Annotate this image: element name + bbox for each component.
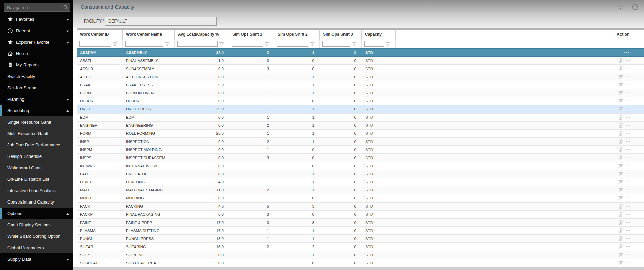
sidebar-item-switch-facility[interactable]: Switch Facility xyxy=(0,71,73,82)
table-row-form[interactable]: FORMROLL FORMING26.0110STD••• xyxy=(77,130,644,138)
sidebar-item-home[interactable]: Home xyxy=(0,48,73,59)
trash-icon[interactable] xyxy=(618,204,623,209)
trash-icon[interactable] xyxy=(618,236,623,241)
sidebar-item-gantt-display-settings[interactable]: Gantt Display Settings xyxy=(0,219,73,230)
filter-input-work-center-id[interactable] xyxy=(79,41,111,47)
navigation-search-input[interactable] xyxy=(4,3,70,12)
filter-input-capacity[interactable] xyxy=(364,41,384,47)
filter-input-avg-load-capacity[interactable] xyxy=(177,41,218,47)
trash-icon[interactable] xyxy=(618,212,623,217)
bottom-scrollbar-track[interactable] xyxy=(73,267,644,270)
row-menu-ellipsis-icon[interactable]: ••• xyxy=(626,140,631,143)
table-row-inspm[interactable]: INSPMINSPECT MOLDING0.0100STD••• xyxy=(77,146,644,154)
table-row-subheat[interactable]: SUBHEATSUB HEAT TREAT0.0100STD••• xyxy=(77,259,644,267)
table-row-ship[interactable]: SHIPSHIPPING0.0110STD••• xyxy=(77,251,644,259)
table-row-enginer[interactable]: ENGINERENGINEERING0.0210STD••• xyxy=(77,122,644,130)
column-header-work-center-name[interactable]: Work Center Name xyxy=(123,30,175,39)
trash-icon[interactable] xyxy=(618,163,623,169)
table-row-burn[interactable]: BURNBURN IN OVEN0.0110STD••• xyxy=(77,89,644,97)
row-menu-ellipsis-icon[interactable]: ••• xyxy=(626,91,631,95)
trash-icon[interactable] xyxy=(618,228,623,233)
trash-icon[interactable] xyxy=(618,58,623,63)
row-menu-ellipsis-icon[interactable]: ••• xyxy=(626,196,631,200)
table-row-punch[interactable]: PUNCHPUNCH PRESS13.0110STD••• xyxy=(77,235,644,243)
sidebar-item-scheduling[interactable]: Scheduling xyxy=(0,105,73,116)
table-row-debur[interactable]: DEBURDEBUR0.0100STD••• xyxy=(77,97,644,105)
table-row-brake[interactable]: BRAKEBRAKE PRESS9.0110STD••• xyxy=(77,81,644,89)
sidebar-item-explorer-favorite[interactable]: Explorer Favorite xyxy=(0,36,73,48)
trash-icon[interactable] xyxy=(618,115,623,120)
sidebar-item-job-due-date-performance[interactable]: Job Due Date Performance xyxy=(0,139,73,150)
sidebar-item-single-resource-gantt[interactable]: Single Resource Gantt xyxy=(0,116,73,128)
help-icon[interactable]: ? xyxy=(632,4,638,10)
row-menu-ellipsis-icon[interactable]: ••• xyxy=(626,148,631,151)
trash-icon[interactable] xyxy=(618,82,623,88)
row-menu-ellipsis-icon[interactable]: ••• xyxy=(626,221,631,224)
table-row-paint[interactable]: PAINTPAINT & PREP17.0330STD••• xyxy=(77,219,644,227)
sidebar-item-multi-resource-gantt[interactable]: Multi Resource Gantt xyxy=(0,128,73,139)
column-header-sim-ops-shift-1[interactable]: Sim Ops Shift 1 xyxy=(229,30,274,39)
table-row-lathe[interactable]: LATHECNC LATHE0.0110STD••• xyxy=(77,170,644,178)
trash-icon[interactable] xyxy=(618,187,623,193)
sidebar-item-interactive-load-analysis[interactable]: Interactive Load Analysis xyxy=(0,185,73,196)
filter-funnel-icon[interactable] xyxy=(386,42,390,46)
sidebar-item-on-line-dispatch-list[interactable]: On-Line Dispatch List xyxy=(0,173,73,185)
favorite-star-icon[interactable] xyxy=(617,4,624,10)
row-menu-ellipsis-icon[interactable]: ••• xyxy=(626,67,631,71)
row-menu-ellipsis-icon[interactable]: ••• xyxy=(626,229,631,232)
sidebar-item-options[interactable]: Options xyxy=(0,208,73,219)
table-row-shear[interactable]: SHEARSHEARING16.0220STD••• xyxy=(77,243,644,251)
table-row-plasma[interactable]: PLASMAPLASMA CUTTING17.0110STD••• xyxy=(77,227,644,235)
table-row-assfi[interactable]: ASSFIFINAL ASSEMBLY1.0300STD••• xyxy=(77,57,644,65)
trash-icon[interactable] xyxy=(618,171,623,177)
row-menu-ellipsis-icon[interactable]: ••• xyxy=(626,237,631,240)
sidebar-item-set-job-stream[interactable]: Set Job Stream xyxy=(0,82,73,93)
row-menu-ellipsis-icon[interactable]: ••• xyxy=(626,213,631,216)
row-menu-ellipsis-icon[interactable]: ••• xyxy=(626,59,631,62)
sidebar-item-global-parameters[interactable]: Global Parameters xyxy=(0,242,73,253)
trash-icon[interactable] xyxy=(618,123,623,128)
trash-icon[interactable] xyxy=(618,106,623,112)
table-row-edm[interactable]: EDMEDM0.0110STD••• xyxy=(77,114,644,122)
row-menu-ellipsis-icon[interactable]: ••• xyxy=(626,116,631,119)
trash-icon[interactable] xyxy=(618,252,623,258)
row-menu-ellipsis-icon[interactable]: ••• xyxy=(626,156,631,160)
table-row-insp[interactable]: INSPINSPECTION9.0210STD••• xyxy=(77,138,644,146)
filter-funnel-icon[interactable] xyxy=(310,42,314,46)
trash-icon[interactable] xyxy=(618,220,623,225)
sidebar-item-realign-schedule[interactable]: Realign Schedule xyxy=(0,150,73,162)
sidebar-item-whiteboard-gantt[interactable]: Whiteboard Gantt xyxy=(0,162,73,173)
table-row-packp[interactable]: PACKPFINAL PACKAGING0.0300STD••• xyxy=(77,211,644,219)
row-menu-ellipsis-icon[interactable]: ••• xyxy=(626,172,631,176)
trash-icon[interactable] xyxy=(618,260,623,266)
table-row-insps[interactable]: INSPSINSPECT SUBASSEM0.0300STD••• xyxy=(77,154,644,162)
facility-input[interactable] xyxy=(105,17,217,26)
column-header-work-center-id[interactable]: Work Center ID xyxy=(77,30,123,39)
row-menu-ellipsis-icon[interactable]: ••• xyxy=(624,51,629,54)
row-menu-ellipsis-icon[interactable]: ••• xyxy=(626,107,631,111)
row-menu-ellipsis-icon[interactable]: ••• xyxy=(626,188,631,192)
trash-icon[interactable] xyxy=(618,244,623,250)
trash-icon[interactable] xyxy=(618,179,623,185)
trash-icon[interactable] xyxy=(618,90,623,96)
table-row-level[interactable]: LEVELLEVELING4.0110STD••• xyxy=(77,178,644,186)
sidebar-item-white-board-sorting-option[interactable]: White Board Sorting Option xyxy=(0,230,73,242)
column-header-capacity[interactable]: Capacity xyxy=(362,30,396,39)
trash-icon[interactable] xyxy=(618,131,623,136)
row-menu-ellipsis-icon[interactable]: ••• xyxy=(626,124,631,127)
filter-funnel-icon[interactable] xyxy=(113,42,117,46)
trash-icon[interactable] xyxy=(618,139,623,144)
sidebar-item-supply-data[interactable]: Supply Data xyxy=(0,253,73,265)
row-menu-ellipsis-icon[interactable]: ••• xyxy=(626,83,631,87)
column-header-sim-ops-shift-3[interactable]: Sim Ops Shift 3 xyxy=(320,30,362,39)
filter-input-sim-ops-shift-3[interactable] xyxy=(322,41,350,47)
trash-icon[interactable] xyxy=(618,147,623,152)
table-row-matl[interactable]: MATLMATERIAL STAGING11.0210STD••• xyxy=(77,186,644,194)
table-row-mold[interactable]: MOLDMOLDING0.0100STD••• xyxy=(77,194,644,203)
row-menu-ellipsis-icon[interactable]: ••• xyxy=(626,245,631,249)
trash-icon[interactable] xyxy=(618,155,623,161)
filter-input-sim-ops-shift-2[interactable] xyxy=(277,41,308,47)
trash-icon[interactable] xyxy=(618,74,623,80)
filter-funnel-icon[interactable] xyxy=(352,42,356,46)
sidebar-item-my-reports[interactable]: My Reports xyxy=(0,59,73,71)
